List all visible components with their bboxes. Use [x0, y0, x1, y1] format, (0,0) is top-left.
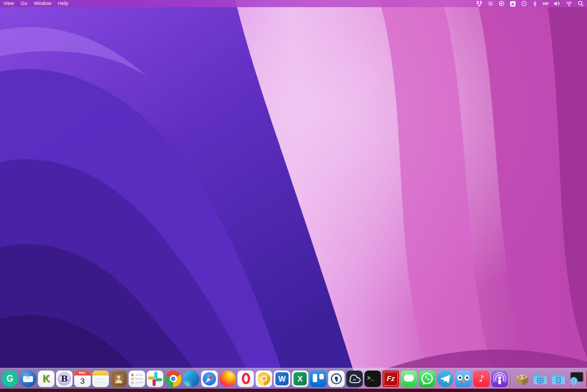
dock-item-screen-globe-window[interactable]	[568, 371, 585, 387]
bibdesk-icon: B	[56, 371, 73, 387]
input-source-icon[interactable]: A	[510, 1, 516, 7]
dock-app-filezilla[interactable]: Fz	[383, 371, 399, 387]
grammarly-icon: G	[2, 371, 18, 387]
calendar-icon: NOV 3	[74, 371, 91, 387]
filezilla-letters: Fz	[387, 374, 395, 383]
screen-record-icon[interactable]	[499, 1, 505, 7]
wallpaper-art	[0, 0, 587, 392]
bibdesk-letter: B	[61, 374, 68, 384]
safari-icon	[201, 371, 218, 387]
word-letter: W	[275, 372, 289, 385]
dimmed-app-icon[interactable]	[488, 1, 494, 7]
dock-app-notes[interactable]	[92, 371, 109, 387]
messages-icon	[401, 371, 417, 387]
dock-app-cloud[interactable]	[346, 371, 363, 387]
menu-bar: View Go Window Help A	[0, 0, 587, 7]
contacts-icon	[110, 371, 127, 387]
dock-item-package-box[interactable]	[514, 371, 530, 387]
thunderbird-icon	[20, 371, 36, 387]
documents-folder-icon	[550, 371, 567, 387]
dock-app-calendar[interactable]: NOV 3	[74, 371, 91, 387]
dock-app-thunderbird[interactable]	[20, 371, 36, 387]
dock-app-edge[interactable]	[183, 371, 200, 387]
dock-app-whatsapp[interactable]	[419, 371, 435, 387]
menu-window[interactable]: Window	[34, 0, 51, 7]
dock-app-chrome-canary[interactable]	[256, 371, 272, 387]
dock-app-telegram[interactable]	[437, 371, 453, 387]
dock-app-music[interactable]: ♪	[473, 371, 490, 387]
menu-view[interactable]: View	[3, 0, 14, 7]
twitterrific-bird-icon	[455, 371, 472, 387]
chrome-icon	[165, 371, 181, 387]
calendar-day: 3	[74, 376, 91, 387]
word-icon: W	[274, 371, 290, 387]
dock-app-twitterrific[interactable]	[455, 371, 472, 387]
dock-app-1password[interactable]	[328, 371, 345, 387]
terminal-icon: >_	[364, 371, 381, 387]
dock-app-trello[interactable]	[310, 371, 326, 387]
filezilla-icon: Fz	[383, 371, 399, 387]
dock-app-terminal[interactable]: >_	[364, 371, 381, 387]
text-indicator[interactable]: AW	[542, 0, 549, 7]
dock-item-documents-folder[interactable]	[550, 371, 567, 387]
app-menus: View Go Window Help	[3, 0, 68, 7]
dock-app-excel[interactable]: X	[292, 371, 308, 387]
dock-app-reminders[interactable]	[129, 371, 145, 387]
dock-app-opera[interactable]	[237, 371, 254, 387]
dock-divider	[511, 371, 511, 387]
dock-app-kiwix[interactable]: K	[38, 371, 54, 387]
terminal-prompt: >_	[367, 376, 374, 382]
calendar-month: NOV	[74, 371, 91, 376]
music-note: ♪	[479, 373, 484, 384]
telegram-icon	[437, 371, 453, 387]
bluetooth-icon[interactable]	[532, 1, 538, 7]
screen-globe-icon	[568, 371, 585, 387]
dock-app-grammarly[interactable]: G	[2, 371, 18, 387]
menu-help[interactable]: Help	[58, 0, 68, 7]
excel-icon: X	[292, 371, 308, 387]
dock-app-chrome[interactable]	[165, 371, 181, 387]
dock-app-messages[interactable]	[401, 371, 417, 387]
podcasts-icon	[491, 371, 508, 387]
dock: G K B NOV 3	[0, 368, 587, 389]
status-icons: A AW	[476, 0, 584, 7]
dock-item-applications-folder[interactable]	[532, 371, 549, 387]
desktop-wallpaper	[0, 0, 587, 392]
cloud-app-icon	[346, 371, 363, 387]
dropbox-icon[interactable]	[476, 1, 483, 7]
svg-text:A: A	[511, 2, 514, 7]
reminders-icon	[129, 371, 145, 387]
chrome-canary-icon	[256, 371, 272, 387]
firefox-icon	[219, 371, 236, 387]
music-icon: ♪	[473, 371, 490, 387]
edge-icon	[183, 371, 200, 387]
whatsapp-icon	[419, 371, 435, 387]
status-info-icon[interactable]	[521, 1, 527, 7]
package-box-icon	[514, 371, 530, 387]
applications-folder-icon	[532, 371, 549, 387]
dock-app-safari[interactable]	[201, 371, 218, 387]
onepassword-icon	[328, 371, 345, 387]
dock-app-slack[interactable]	[147, 371, 163, 387]
dock-app-firefox[interactable]	[219, 371, 236, 387]
menu-go[interactable]: Go	[20, 0, 27, 7]
volume-icon[interactable]	[553, 1, 561, 7]
excel-letter: X	[294, 372, 307, 385]
dock-app-podcasts[interactable]	[491, 371, 508, 387]
kiwix-letter: K	[43, 373, 50, 384]
spotlight-search-icon[interactable]	[578, 1, 584, 7]
bottom-edge-strip	[0, 389, 587, 392]
dock-app-bibdesk[interactable]: B	[56, 371, 73, 387]
slack-icon	[147, 371, 163, 387]
kiwix-icon: K	[38, 371, 54, 387]
trello-icon	[310, 371, 326, 387]
notes-icon	[92, 371, 109, 387]
opera-icon	[237, 371, 254, 387]
dock-app-word[interactable]: W	[274, 371, 290, 387]
dock-app-contacts[interactable]	[110, 371, 127, 387]
wifi-icon[interactable]	[566, 1, 573, 7]
